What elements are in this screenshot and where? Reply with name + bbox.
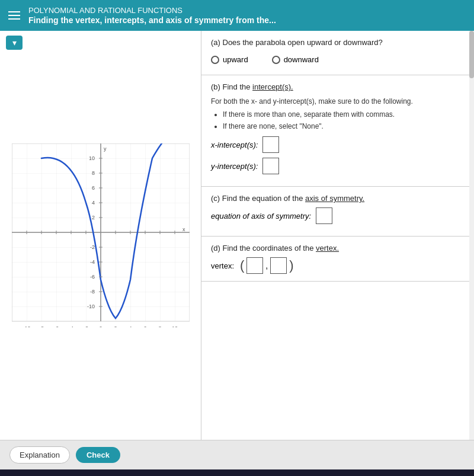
svg-text:2: 2: [91, 215, 94, 221]
svg-text:-2: -2: [89, 244, 94, 250]
svg-text:-4: -4: [89, 259, 94, 265]
option-upward[interactable]: upward: [211, 55, 248, 64]
axis-symmetry-link[interactable]: axis of symmetry.: [305, 194, 364, 203]
vertex-comma: ,: [265, 261, 268, 270]
svg-text:6: 6: [91, 185, 94, 191]
instruction-item-2: If there are none, select "None".: [223, 121, 465, 132]
svg-text:10: 10: [88, 155, 94, 161]
axis-symmetry-row: equation of axis of symmetry:: [211, 207, 465, 224]
svg-text:-10: -10: [87, 304, 94, 309]
svg-text:10: 10: [171, 325, 177, 327]
svg-text:-6: -6: [89, 274, 94, 280]
intercepts-link[interactable]: intercept(s).: [252, 82, 293, 91]
dropdown-button[interactable]: ▾: [6, 36, 23, 50]
label-downward: downward: [284, 55, 319, 64]
y-intercept-row: y-intercept(s):: [211, 158, 465, 174]
option-downward[interactable]: downward: [272, 55, 319, 64]
question-d: (d) Find the coordinates of the vertex. …: [201, 237, 474, 282]
radio-row: upward downward: [211, 52, 465, 68]
svg-text:-2: -2: [83, 325, 88, 327]
explanation-button[interactable]: Explanation: [9, 446, 70, 464]
main-content: ▾ 0 2: [0, 31, 474, 440]
scroll-thumb[interactable]: [469, 31, 474, 78]
svg-text:-8: -8: [89, 289, 94, 295]
close-paren: ): [289, 259, 293, 272]
top-bar: POLYNOMIAL AND RATIONAL FUNCTIONS Findin…: [0, 0, 474, 31]
svg-text:2: 2: [114, 325, 117, 327]
svg-text:x: x: [182, 226, 185, 232]
instruction-list: If there is more than one, separate them…: [223, 109, 465, 132]
svg-text:4: 4: [91, 200, 94, 206]
axis-symmetry-input[interactable]: [316, 207, 332, 224]
question-a: (a) Does the parabola open upward or dow…: [201, 31, 474, 75]
graph-area: ▾ 0 2: [0, 31, 201, 440]
svg-text:-4: -4: [68, 325, 73, 327]
question-c-label: (c) Find the equation of the axis of sym…: [211, 194, 465, 203]
question-b: (b) Find the intercept(s). For both the …: [201, 75, 474, 187]
graph-container: 0 2 4 6 8 10 -2 -4 -6 -8 -10 10 8 6 4 2 …: [6, 37, 195, 434]
parabola-graph: 0 2 4 6 8 10 -2 -4 -6 -8 -10 10 8 6 4 2 …: [12, 143, 190, 327]
open-paren: (: [240, 259, 244, 272]
x-intercept-row: x-intercept(s):: [211, 136, 465, 153]
label-upward: upward: [223, 55, 248, 64]
radio-upward[interactable]: [211, 56, 219, 64]
svg-text:0: 0: [99, 325, 102, 327]
y-intercept-input[interactable]: [262, 158, 279, 174]
bottom-bar: Explanation Check: [0, 440, 474, 469]
svg-text:-10: -10: [23, 325, 30, 327]
windows-start-button[interactable]: [5, 473, 21, 476]
vertex-y-input[interactable]: [270, 257, 287, 274]
svg-text:8: 8: [158, 325, 161, 327]
taskbar: Type here to search ⊟ 🌐 ✉ 🛡 🌐 © 2021 McG…: [0, 469, 474, 476]
vertex-label: vertex:: [211, 261, 234, 270]
svg-text:6: 6: [143, 325, 146, 327]
x-intercept-label: x-intercept(s):: [211, 140, 258, 149]
x-intercept-input[interactable]: [262, 136, 279, 153]
svg-text:8: 8: [91, 170, 94, 176]
page-title: Finding the vertex, intercepts, and axis…: [28, 15, 276, 25]
vertex-link[interactable]: vertex.: [316, 244, 339, 253]
hamburger-menu[interactable]: [6, 9, 23, 22]
svg-text:-8: -8: [39, 325, 43, 327]
question-d-label: (d) Find the coordinates of the vertex.: [211, 244, 465, 253]
question-a-label: (a) Does the parabola open upward or dow…: [211, 38, 465, 47]
chevron-down-icon: ▾: [12, 38, 17, 47]
y-intercept-label: y-intercept(s):: [211, 162, 258, 171]
svg-text:4: 4: [129, 325, 132, 327]
svg-text:y: y: [104, 146, 107, 152]
intercept-instructions: For both the x- and y-intercept(s), make…: [211, 96, 465, 132]
question-b-label: (b) Find the intercept(s).: [211, 82, 465, 91]
instruction-item-1: If there is more than one, separate them…: [223, 109, 465, 120]
radio-downward[interactable]: [272, 56, 280, 64]
questions-area: (a) Does the parabola open upward or dow…: [201, 31, 474, 440]
scrollbar[interactable]: [469, 31, 474, 440]
axis-symmetry-label: equation of axis of symmetry:: [211, 212, 311, 221]
question-c: (c) Find the equation of the axis of sym…: [201, 187, 474, 237]
vertex-x-input[interactable]: [246, 257, 263, 274]
check-button[interactable]: Check: [76, 447, 120, 463]
svg-text:-6: -6: [53, 325, 58, 327]
category-label: POLYNOMIAL AND RATIONAL FUNCTIONS: [28, 6, 276, 16]
vertex-row: vertex: ( , ): [211, 257, 465, 274]
